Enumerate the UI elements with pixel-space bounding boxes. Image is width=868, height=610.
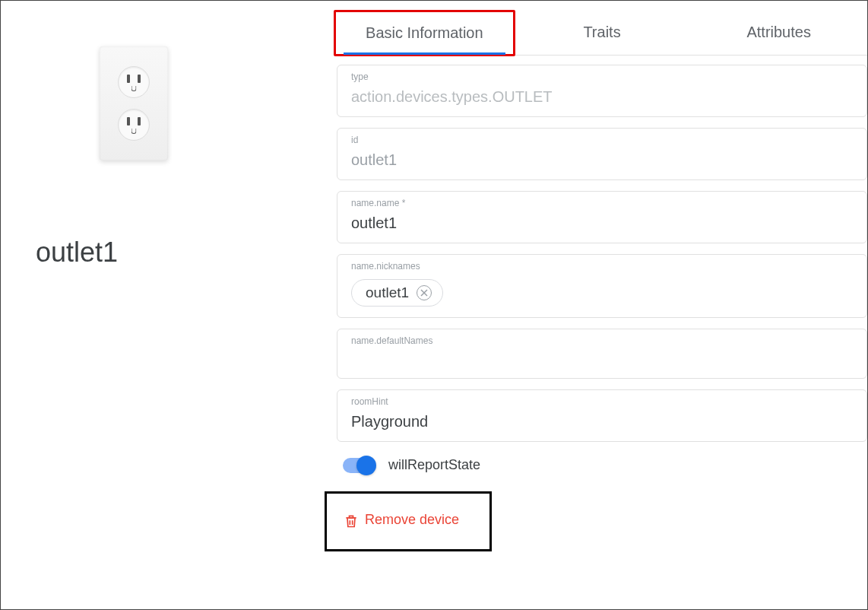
device-image-outlet bbox=[100, 46, 168, 160]
nickname-chip-label: outlet1 bbox=[366, 284, 409, 301]
remove-device-label: Remove device bbox=[365, 512, 459, 528]
field-type[interactable]: type action.devices.types.OUTLET bbox=[337, 65, 867, 117]
nickname-chip[interactable]: outlet1 bbox=[351, 279, 443, 307]
field-roomhint-value[interactable]: Playground bbox=[351, 413, 853, 430]
field-id-value: outlet1 bbox=[351, 151, 853, 169]
tabs-bar: Basic Information Traits Attributes bbox=[335, 11, 867, 56]
outlet-socket-icon bbox=[118, 109, 150, 141]
device-details-panel: Basic Information Traits Attributes type… bbox=[335, 1, 867, 609]
device-summary-panel: outlet1 bbox=[1, 1, 335, 609]
field-name-defaultnames-label: name.defaultNames bbox=[351, 335, 853, 346]
field-name-name-label: name.name * bbox=[351, 198, 853, 208]
trash-icon bbox=[344, 513, 357, 528]
toggle-willreportstate-label: willReportState bbox=[388, 457, 480, 473]
toggle-willreportstate-row: willReportState bbox=[335, 453, 867, 484]
remove-device-button[interactable]: Remove device bbox=[337, 509, 465, 531]
outlet-socket-icon bbox=[118, 66, 150, 98]
toggle-willreportstate[interactable] bbox=[343, 458, 375, 473]
field-name-name[interactable]: name.name * outlet1 bbox=[337, 191, 867, 243]
tab-traits[interactable]: Traits bbox=[514, 11, 691, 55]
tab-attributes[interactable]: Attributes bbox=[690, 11, 867, 55]
field-name-nicknames[interactable]: name.nicknames outlet1 bbox=[337, 254, 867, 318]
field-type-value: action.devices.types.OUTLET bbox=[351, 88, 853, 106]
chip-remove-icon[interactable] bbox=[417, 285, 432, 300]
field-name-nicknames-label: name.nicknames bbox=[351, 261, 853, 272]
field-roomhint-label: roomHint bbox=[351, 396, 853, 407]
field-name-name-value[interactable]: outlet1 bbox=[351, 214, 853, 232]
field-name-defaultnames[interactable]: name.defaultNames bbox=[337, 329, 867, 379]
remove-device-highlight: Remove device bbox=[325, 491, 492, 551]
device-title: outlet1 bbox=[36, 237, 118, 268]
tab-basic-information[interactable]: Basic Information bbox=[334, 10, 515, 56]
field-id-label: id bbox=[351, 135, 853, 145]
field-roomhint[interactable]: roomHint Playground bbox=[337, 389, 867, 442]
field-type-label: type bbox=[351, 71, 853, 82]
basic-information-form: type action.devices.types.OUTLET id outl… bbox=[335, 56, 867, 551]
field-id[interactable]: id outlet1 bbox=[337, 128, 867, 180]
